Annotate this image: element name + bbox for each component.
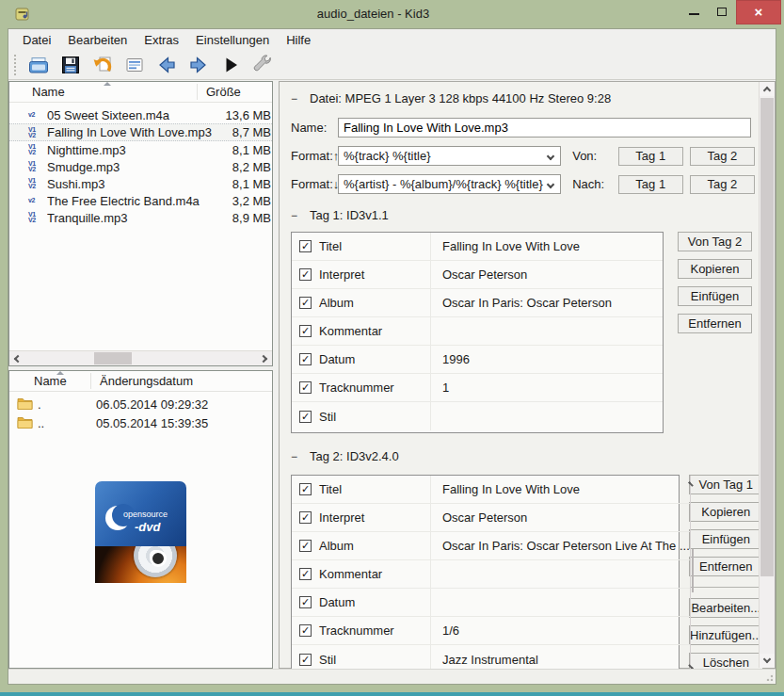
folder-list-panel: Name Änderungsdatum — [8, 370, 273, 669]
close-button[interactable]: × — [736, 0, 781, 24]
tag2-entfernen-button[interactable]: Entfernen — [689, 557, 763, 576]
checkbox-checked[interactable]: ✓ — [299, 353, 312, 365]
commands-button[interactable] — [122, 53, 147, 77]
tag1-einfuegen-button[interactable]: Einfügen — [678, 286, 752, 306]
checkbox-checked[interactable]: ✓ — [299, 411, 312, 423]
tag2-von-tag1-button[interactable]: Von Tag 1 — [689, 475, 763, 494]
tag1-kopieren-button[interactable]: Kopieren — [678, 259, 752, 279]
id3-version-icon: v2 — [28, 198, 47, 203]
file-row[interactable]: V1V2 Tranquille.mp3 8,9 MB — [9, 209, 272, 226]
id3-version-icon: V1V2 — [28, 161, 47, 172]
maximize-button[interactable] — [708, 0, 736, 21]
collapse-toggle[interactable]: − — [291, 450, 300, 463]
tag1-tracknummer-value[interactable]: 1 — [431, 374, 663, 401]
tag2-kommentar-value[interactable] — [431, 560, 690, 588]
filename-input[interactable] — [338, 118, 751, 138]
format-to-filename-combobox[interactable]: %{track} %{title} — [338, 146, 561, 166]
file-row-selected[interactable]: V1V2 Falling In Love With Love.mp3 8,7 M… — [9, 123, 272, 141]
configure-button[interactable] — [250, 53, 275, 77]
menu-datei[interactable]: Datei — [14, 30, 59, 50]
filename-to-tag1-button[interactable]: Tag 1 — [618, 175, 683, 194]
checkbox-checked[interactable]: ✓ — [299, 325, 312, 337]
tag1-entfernen-button[interactable]: Entfernen — [678, 314, 752, 333]
file-row[interactable]: V1V2 Smudge.mp3 8,2 MB — [9, 158, 272, 175]
scrollbar-thumb[interactable] — [692, 549, 694, 592]
tag1-datum-value[interactable]: 1996 — [431, 346, 663, 373]
file-col-size-header[interactable]: Größe — [197, 82, 241, 102]
tag2-tracknummer-value[interactable]: 1/6 — [431, 617, 690, 644]
save-icon — [59, 54, 82, 76]
checkbox-checked[interactable]: ✓ — [299, 568, 312, 580]
tag1-stil-value[interactable] — [431, 402, 663, 430]
tag2-table-scrollbar[interactable] — [690, 476, 691, 675]
filename-to-tag2-button[interactable]: Tag 2 — [690, 175, 755, 194]
save-button[interactable] — [58, 53, 83, 77]
format-from-filename-combobox[interactable]: %{artist} - %{album}/%{track} %{title} — [338, 174, 561, 194]
menu-bearbeiten[interactable]: Bearbeiten — [59, 30, 136, 50]
tag2-bearbeiten-button[interactable]: Bearbeiten... — [689, 598, 763, 618]
checkbox-checked[interactable]: ✓ — [299, 483, 312, 495]
file-row[interactable]: V1V2 Sushi.mp3 8,1 MB — [9, 175, 272, 192]
file-row[interactable]: V1V2 Nighttime.mp3 8,1 MB — [9, 141, 272, 158]
checkbox-checked[interactable]: ✓ — [299, 540, 312, 552]
checkbox-checked[interactable]: ✓ — [299, 596, 312, 608]
file-row[interactable]: v2 05 Sweet Sixteen.m4a 13,6 MB — [9, 106, 272, 123]
file-list-horizontal-scrollbar[interactable] — [9, 350, 272, 365]
menu-extras[interactable]: Extras — [136, 30, 187, 50]
checkbox-checked[interactable]: ✓ — [299, 240, 312, 252]
scroll-left-arrow[interactable] — [9, 351, 24, 365]
menubar: Datei Bearbeiten Extras Einstellungen Hi… — [8, 29, 776, 50]
kid3-app-icon[interactable] — [15, 7, 30, 22]
tag1-album-value[interactable]: Oscar In Paris: Oscar Peterson — [431, 289, 663, 316]
tag2-album-value[interactable]: Oscar In Paris: Oscar Peterson Live At T… — [431, 532, 690, 559]
revert-button[interactable] — [90, 53, 115, 77]
tag1-interpret-value[interactable]: Oscar Peterson — [431, 261, 663, 288]
tag-editor-scrollbar[interactable] — [759, 82, 775, 668]
chevron-down-icon — [547, 153, 554, 160]
tag1-row-stil: ✓Stil — [292, 402, 663, 430]
checkbox-checked[interactable]: ✓ — [299, 297, 312, 309]
scrollbar-thumb[interactable] — [760, 98, 774, 576]
previous-file-button[interactable] — [154, 53, 179, 77]
folder-row[interactable]: . 06.05.2014 09:29:32 — [9, 395, 272, 413]
checkbox-checked[interactable]: ✓ — [299, 511, 312, 524]
tag2-datum-value[interactable] — [431, 589, 690, 616]
file-info-text: Datei: MPEG 1 Layer 3 128 kbps 44100 Hz … — [310, 91, 611, 105]
next-file-button[interactable] — [186, 53, 211, 77]
tag2-einfuegen-button[interactable]: Einfügen — [689, 529, 763, 549]
filename-from-tag1-button[interactable]: Tag 1 — [618, 147, 683, 166]
minimize-button[interactable] — [680, 0, 708, 21]
checkbox-checked[interactable]: ✓ — [299, 268, 312, 281]
collapse-toggle[interactable]: − — [291, 209, 300, 222]
menu-hilfe[interactable]: Hilfe — [278, 30, 319, 50]
menu-einstellungen[interactable]: Einstellungen — [187, 30, 278, 50]
collapse-toggle[interactable]: − — [291, 92, 300, 105]
folder-row[interactable]: .. 05.05.2014 15:39:35 — [9, 413, 272, 432]
window-title: audio_dateien - Kid3 — [94, 7, 652, 21]
scrollbar-thumb[interactable] — [94, 352, 132, 364]
checkbox-checked[interactable]: ✓ — [299, 381, 312, 394]
scroll-down-arrow[interactable] — [760, 654, 775, 668]
open-button[interactable] — [26, 53, 51, 77]
folder-col-name-header[interactable]: Name — [9, 371, 90, 391]
folder-icon — [17, 415, 38, 431]
tag2-kopieren-button[interactable]: Kopieren — [689, 502, 763, 522]
tag2-titel-value[interactable]: Falling In Love With Love — [431, 476, 690, 503]
resize-grip[interactable] — [764, 672, 773, 681]
checkbox-checked[interactable]: ✓ — [299, 654, 312, 666]
file-row[interactable]: v2 The Free Electric Band.m4a 3,2 MB — [9, 192, 272, 209]
tag2-row-titel: ✓Titel Falling In Love With Love — [292, 476, 690, 504]
file-col-name-header[interactable]: Name — [9, 82, 197, 102]
tag2-interpret-value[interactable]: Oscar Peterson — [431, 504, 690, 531]
play-button[interactable] — [218, 53, 243, 77]
tag1-titel-value[interactable]: Falling In Love With Love — [431, 233, 663, 260]
filename-from-tag2-button[interactable]: Tag 2 — [690, 147, 755, 166]
toolbar-drag-handle[interactable] — [14, 55, 17, 75]
scroll-up-arrow[interactable] — [760, 82, 775, 96]
checkbox-checked[interactable]: ✓ — [299, 624, 312, 637]
tag1-kommentar-value[interactable] — [431, 317, 663, 345]
scroll-right-arrow[interactable] — [257, 351, 272, 365]
folder-col-date-header[interactable]: Änderungsdatum — [90, 371, 193, 391]
tag1-von-tag2-button[interactable]: Von Tag 2 — [678, 232, 752, 251]
tag2-hinzufuegen-button[interactable]: Hinzufügen... — [689, 625, 763, 645]
